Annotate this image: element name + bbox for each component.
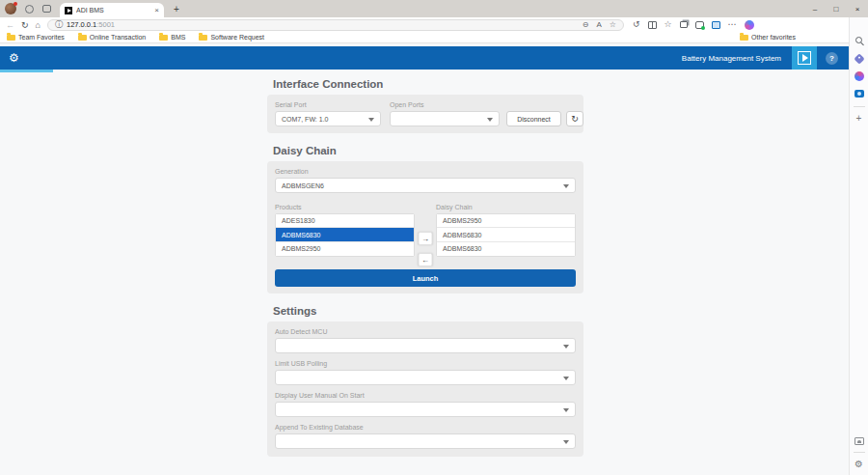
generation-value: ADBMSGEN6	[282, 182, 324, 189]
add-favorite-icon[interactable]: ☆	[610, 20, 616, 29]
browser-tab-strip: ADI BMS × + – □ ×	[0, 0, 868, 17]
chain-label: Daisy Chain	[436, 204, 576, 210]
main-column: Interface Connection Serial Port COM7, F…	[267, 78, 583, 468]
display-user-manual-select[interactable]	[275, 402, 576, 417]
site-info-icon[interactable]: ⓘ	[55, 19, 63, 30]
folder-icon	[740, 35, 748, 41]
shopping-icon[interactable]	[695, 21, 704, 29]
bookmark-software-request[interactable]: Software Request	[199, 34, 264, 41]
bookmark-label: Software Request	[210, 34, 264, 41]
serial-port-select[interactable]: COM7, FW: 1.0	[275, 111, 381, 126]
chain-item[interactable]: ADBMS6830	[437, 242, 575, 256]
split-screen-icon[interactable]	[648, 21, 657, 29]
launch-button[interactable]: Launch	[275, 269, 576, 287]
bookmark-label: BMS	[171, 34, 185, 41]
active-tab-underline	[0, 70, 53, 72]
open-ports-select[interactable]	[390, 111, 500, 126]
adi-logo-button[interactable]	[792, 46, 817, 70]
open-ports-label: Open Ports	[390, 101, 500, 108]
add-to-chain-button[interactable]: →	[419, 232, 433, 245]
bms-app: ⚙ Battery Management System ? Interface …	[0, 43, 849, 475]
tab-close-icon[interactable]: ×	[154, 6, 159, 14]
daisy-chain-listbox: ADBMS2950 ADBMS6830 ADBMS6830	[436, 213, 576, 257]
sidebar-shopping-tag-icon[interactable]	[854, 53, 864, 64]
adi-logo-favicon	[65, 7, 72, 14]
daisy-chain-heading: Daisy Chain	[273, 145, 583, 156]
product-item[interactable]: ADBMS2950	[276, 242, 414, 256]
screen: ADI BMS × + – □ × ← ↻ ⌂ ⓘ 127.0.0.1 :500…	[0, 0, 868, 475]
tab-actions-icon[interactable]	[42, 5, 51, 13]
toolbar-icon-cluster: ↺ ☆ ⋯	[633, 20, 754, 30]
settings-card: Auto Detect MCU Limit USB Polling Displa…	[267, 321, 583, 457]
browser-essentials-icon[interactable]: ↺	[633, 20, 640, 29]
interface-connection-heading: Interface Connection	[273, 78, 583, 90]
folder-icon	[159, 35, 168, 41]
limit-usb-polling-select[interactable]	[275, 370, 576, 385]
interface-connection-card: Serial Port COM7, FW: 1.0 Open Ports Dis…	[267, 95, 583, 133]
chain-item[interactable]: ADBMS6830	[437, 228, 575, 241]
address-bar[interactable]: ⓘ 127.0.0.1 :5001 ⊖ A ☆	[47, 19, 624, 31]
copilot-icon[interactable]	[745, 20, 754, 30]
sidebar-search-icon[interactable]	[855, 37, 862, 43]
back-icon[interactable]: ←	[6, 20, 14, 30]
new-tab-button[interactable]: +	[174, 4, 179, 14]
maximize-button[interactable]: □	[826, 5, 847, 14]
product-item-selected[interactable]: ADBMS6830	[276, 228, 414, 241]
favorites-icon[interactable]: ☆	[665, 20, 672, 29]
sidebar-settings-gear-icon[interactable]: ⚙	[854, 459, 863, 469]
generation-label: Generation	[275, 168, 576, 175]
append-database-label: Append To Existing Database	[275, 424, 576, 431]
url-port: :5001	[96, 20, 115, 29]
display-user-manual-label: Display User Manual On Start	[275, 392, 576, 399]
chain-item[interactable]: ADBMS2950	[437, 214, 575, 228]
bookmark-label: Online Transaction	[90, 34, 146, 41]
sidebar-image-creator-icon[interactable]	[854, 90, 864, 98]
profile-avatar[interactable]	[5, 3, 16, 14]
bookmark-label: Team Favorites	[18, 34, 65, 41]
minimize-button[interactable]: –	[804, 5, 826, 14]
products-label: Products	[275, 204, 415, 210]
bookmark-online-transaction[interactable]: Online Transaction	[78, 34, 146, 41]
app-header: ⚙ Battery Management System ?	[0, 46, 849, 70]
folder-icon	[7, 35, 15, 41]
sidebar-add-icon[interactable]: +	[856, 113, 862, 124]
sidebar-browser-essentials-icon[interactable]	[854, 437, 864, 445]
refresh-icon[interactable]: ↻	[21, 20, 29, 30]
read-aloud-icon[interactable]: A	[596, 20, 601, 29]
browser-tab[interactable]: ADI BMS ×	[60, 3, 164, 17]
home-icon[interactable]: ⌂	[36, 20, 41, 30]
serial-port-value: COM7, FW: 1.0	[282, 116, 329, 123]
sidebar-divider	[854, 452, 865, 453]
url-host: 127.0.0.1	[67, 20, 96, 29]
product-item[interactable]: ADES1830	[276, 214, 414, 228]
settings-gear-icon[interactable]: ⚙	[9, 52, 19, 64]
sidebar-games-icon[interactable]	[854, 71, 864, 81]
close-button[interactable]: ×	[847, 5, 868, 14]
other-favorites[interactable]: Other favorites	[740, 34, 796, 41]
workspaces-icon[interactable]	[25, 5, 34, 14]
auto-detect-mcu-select[interactable]	[275, 338, 576, 353]
folder-icon	[78, 35, 87, 41]
window-controls: – □ ×	[804, 5, 868, 14]
help-icon[interactable]: ?	[826, 52, 838, 65]
adi-logo-icon	[798, 51, 811, 65]
bookmark-bms[interactable]: BMS	[159, 34, 185, 41]
more-menu-icon[interactable]: ⋯	[728, 20, 737, 29]
other-favorites-label: Other favorites	[751, 34, 796, 41]
append-database-select[interactable]	[275, 433, 576, 449]
products-listbox: ADES1830 ADBMS6830 ADBMS2950	[275, 213, 415, 257]
serial-port-label: Serial Port	[275, 101, 381, 108]
notification-dot	[14, 2, 17, 6]
generation-select[interactable]: ADBMSGEN6	[275, 178, 576, 193]
screenshot-icon[interactable]	[712, 21, 720, 29]
transfer-buttons: → ←	[415, 204, 436, 257]
address-bar-row: ← ↻ ⌂ ⓘ 127.0.0.1 :5001 ⊖ A ☆ ↺ ☆ ⋯	[0, 17, 868, 32]
bookmark-team-favorites[interactable]: Team Favorites	[7, 34, 65, 41]
disconnect-button[interactable]: Disconnect	[506, 111, 561, 126]
remove-from-chain-button[interactable]: ←	[419, 253, 433, 266]
collections-icon[interactable]	[680, 21, 688, 28]
daisy-chain-card: Generation ADBMSGEN6 Products ADES1830 A…	[267, 161, 583, 293]
refresh-ports-button[interactable]: ↻	[566, 111, 583, 126]
edge-sidebar: + ⚙	[849, 17, 868, 475]
zoom-out-icon[interactable]: ⊖	[583, 20, 589, 29]
